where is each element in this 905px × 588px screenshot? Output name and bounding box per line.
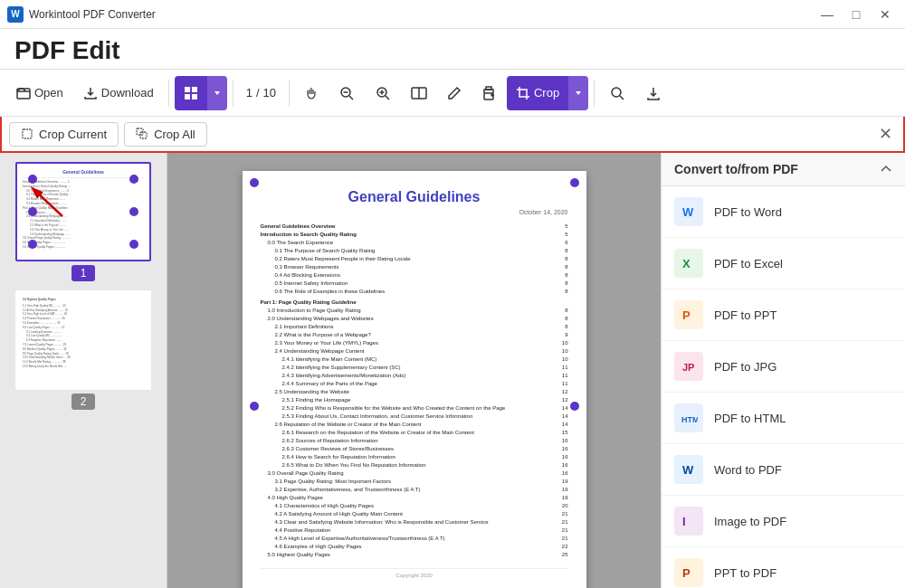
content-row: 4.5 A High Level of Expertise/Authoritat…	[275, 535, 568, 543]
svg-text:P: P	[682, 308, 691, 322]
content-row: 2.5.2 Finding Who is Responsible for the…	[282, 404, 568, 413]
view-toggle-button[interactable]	[175, 76, 227, 110]
minimize-button[interactable]: —	[814, 5, 840, 24]
ppt-to-pdf-item[interactable]: P PPT to PDF	[662, 547, 905, 588]
content-row: 2.4 Understanding Webpage Content10	[275, 347, 568, 356]
crop-handle-bl[interactable]	[28, 240, 37, 249]
sep-2	[233, 80, 233, 107]
maximize-button[interactable]: □	[843, 5, 869, 24]
print-button[interactable]	[472, 76, 505, 110]
content-row: 2.4.4 Summary of the Parts of the Page11	[282, 380, 568, 388]
content-row: 2.2 What is the Purpose of a Webpage?9	[275, 331, 568, 339]
pdf-content: General Guidelines Overview5 Introductio…	[261, 223, 568, 559]
content-row: 0.2 Raters Must Represent People in thei…	[275, 255, 568, 263]
content-row: 2.4.2 Identifying the Supplementary Cont…	[282, 364, 568, 372]
pdf-to-ppt-item[interactable]: P PDF to PPT	[662, 289, 905, 341]
crop-current-button[interactable]: Crop Current	[9, 122, 119, 147]
svg-text:P: P	[682, 566, 691, 580]
zoom-out-button[interactable]	[329, 76, 364, 110]
word-to-pdf-item[interactable]: W Word to PDF	[662, 444, 905, 496]
page-title: PDF Edit	[14, 36, 891, 65]
split-view-button[interactable]	[402, 76, 436, 110]
pdf-page: General Guidelines October 14, 2020 Gene…	[243, 171, 586, 588]
crop-all-button[interactable]: Crop All	[124, 122, 207, 147]
pdf-to-jpg-item[interactable]: JP PDF to JPG	[662, 341, 905, 393]
content-row: 4.1 Characteristics of High Quality Page…	[275, 502, 568, 510]
search-button[interactable]	[600, 76, 634, 110]
open-label: Open	[34, 86, 63, 100]
pdf-to-excel-item[interactable]: X PDF to Excel	[662, 238, 905, 289]
crop-handle-br[interactable]	[129, 240, 138, 249]
zoom-in-button[interactable]	[366, 76, 400, 110]
crop-close-button[interactable]: ✕	[874, 123, 896, 145]
word-to-pdf-label: Word to PDF	[714, 463, 782, 477]
pdf-to-word-label: PDF to Word	[714, 205, 782, 219]
content-row: 0.6 The Role of Examples in these Guidel…	[275, 288, 568, 296]
main-content: General Guidelines General Guidelines Ov…	[0, 153, 905, 588]
download-button[interactable]: Download	[74, 76, 163, 110]
download-icon-button[interactable]	[636, 76, 671, 110]
open-button[interactable]: Open	[7, 76, 72, 110]
right-panel: Convert to/from PDF W PDF to Word X	[661, 153, 905, 588]
crop-handle-tr[interactable]	[129, 175, 138, 184]
thumbnail-2[interactable]: 5.0 Highest Quality Pages 5.1 Very High …	[15, 290, 151, 410]
content-row: 2.5 Understanding the Website12	[275, 388, 568, 396]
app-header: PDF Edit	[0, 29, 905, 70]
grid-view-arrow[interactable]	[207, 76, 227, 110]
pdf-to-html-item[interactable]: HTM PDF to HTML	[662, 393, 905, 444]
image-to-pdf-item[interactable]: I Image to PDF	[662, 496, 905, 547]
content-row: 2.6.5 What to Do When You Find No Reputa…	[282, 461, 568, 469]
pen-button[interactable]	[438, 76, 471, 110]
content-row: Part 1: Page Quality Rating Guideline	[261, 299, 568, 307]
pdf-to-word-item[interactable]: W PDF to Word	[662, 186, 905, 238]
content-row: 2.5.1 Finding the Homepage12	[282, 396, 568, 404]
pdf-date: October 14, 2020	[261, 209, 568, 215]
content-row: 3.2 Expertise, Authoritativeness, and Tr…	[275, 486, 568, 494]
crop-handle-mr[interactable]	[129, 207, 138, 216]
crop-handle-ml[interactable]	[28, 207, 37, 216]
download-label: Download	[101, 86, 154, 100]
svg-text:X: X	[682, 257, 691, 270]
svg-text:I: I	[682, 515, 686, 528]
image-to-pdf-icon: I	[674, 507, 703, 536]
crop-main[interactable]: Crop	[507, 76, 568, 110]
thumb-frame-2: 5.0 Highest Quality Pages 5.1 Very High …	[15, 290, 151, 390]
content-row: 3.1 Page Quality Rating: Most Important …	[275, 478, 568, 486]
title-bar-left: W Workintool PDF Converter	[7, 6, 156, 23]
content-row: 4.6 Examples of High Quality Pages22	[275, 543, 568, 551]
crop-label: Crop	[534, 86, 559, 100]
crop-all-label: Crop All	[154, 128, 195, 141]
svg-text:W: W	[682, 463, 694, 477]
sep-4	[594, 80, 595, 107]
thumb-frame-1: General Guidelines General Guidelines Ov…	[15, 162, 151, 261]
svg-rect-2	[192, 87, 197, 92]
content-row: 0.4 Ad Blocking Extensions8	[275, 271, 568, 280]
pdf-viewer: General Guidelines October 14, 2020 Gene…	[167, 153, 661, 588]
content-row: 2.3 Your Money or Your Life (YMYL) Pages…	[275, 339, 568, 347]
close-button[interactable]: ✕	[872, 5, 898, 24]
svg-point-11	[491, 94, 493, 96]
content-row: 2.4.1 Identifying the Main Content (MC)1…	[282, 356, 568, 364]
thumb-label-1: 1	[71, 265, 96, 281]
svg-rect-3	[185, 94, 190, 100]
content-row: 4.2 A Satisfying Amount of High Quality …	[275, 510, 568, 518]
convert-panel-title: Convert to/from PDF	[674, 162, 798, 176]
svg-text:W: W	[682, 205, 694, 219]
grid-view-main[interactable]	[175, 76, 207, 110]
excel-icon: X	[674, 249, 703, 278]
thumb-content-2: 5.0 Highest Quality Pages 5.1 Very High …	[17, 292, 149, 388]
content-row: 0.3 Browser Requirements8	[275, 263, 568, 271]
thumb-label-2: 2	[71, 394, 96, 410]
sep-3	[289, 80, 290, 107]
right-panel-header[interactable]: Convert to/from PDF	[662, 153, 905, 186]
content-row: 2.6.1 Research on the Reputation of the …	[282, 429, 568, 437]
crop-button[interactable]: Crop	[507, 76, 588, 110]
content-row: 4.4 Positive Reputation21	[275, 526, 568, 535]
content-row: Introduction to Search Quality Rating5	[261, 231, 568, 239]
thumbnail-1[interactable]: General Guidelines General Guidelines Ov…	[15, 162, 151, 281]
svg-text:HTM: HTM	[681, 415, 698, 424]
crop-handle-tl[interactable]	[28, 175, 37, 184]
hand-tool-button[interactable]	[295, 76, 328, 110]
collapse-panel-icon[interactable]	[880, 163, 892, 175]
crop-arrow[interactable]	[568, 76, 588, 110]
